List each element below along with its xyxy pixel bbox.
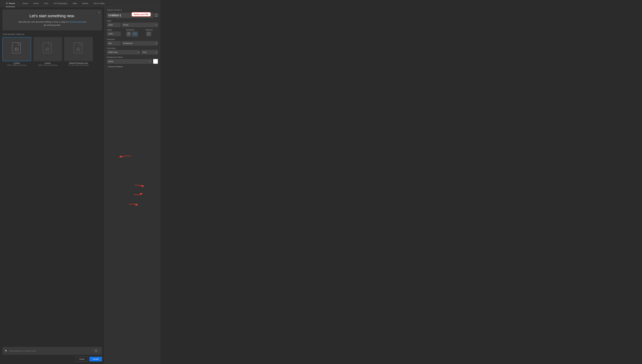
file-name-row	[107, 13, 158, 18]
color-mode-row: RGB Color CMYK Color Grayscale Lab Color…	[107, 50, 158, 54]
resolution-label: Resolution	[107, 38, 158, 40]
recent-item-0[interactable]: Custom 1920 x 1080 px @ 144 ppi	[3, 37, 31, 66]
bg-color-swatch[interactable]	[153, 59, 158, 64]
file-name-input[interactable]	[107, 13, 153, 18]
landscape-button[interactable]	[132, 32, 138, 36]
search-input[interactable]	[9, 350, 91, 352]
nav-item-photo[interactable]: Photo	[31, 0, 41, 7]
recent-item-1[interactable]: Custom 1280 x 1024 px @ 300 ppi	[33, 37, 62, 66]
recent-item-name-2: Default Photoshop Size	[64, 62, 93, 64]
recent-grid: Custom 1920 x 1080 px @ 144 ppi	[3, 37, 102, 66]
advanced-options[interactable]: › Advanced Options	[107, 66, 158, 68]
resolution-unit-select[interactable]: Pixels/Inch Pixels/Centimeter	[122, 41, 158, 46]
top-nav: ⏱ Recent Saved Photo Print Art & Illustr…	[0, 0, 160, 7]
resolution-unit-wrapper: Pixels/Inch Pixels/Centimeter	[122, 41, 158, 46]
nav-item-web[interactable]: Web	[70, 0, 80, 7]
color-mode-wrapper: RGB Color CMYK Color Grayscale Lab Color	[107, 50, 140, 54]
hero-subtitle: Start with your own document settings or…	[6, 20, 99, 27]
recent-thumb-2[interactable]	[64, 37, 93, 61]
nav-item-art[interactable]: Art & Illustration	[51, 0, 70, 7]
bit-depth-select[interactable]: 8 bit 16 bit 32 bit	[141, 50, 158, 54]
svg-rect-4	[43, 43, 52, 53]
recent-item-name-1: Custom	[33, 62, 62, 64]
svg-rect-0	[12, 43, 21, 53]
recent-item-size-1: 1280 x 1024 px @ 300 ppi	[33, 64, 62, 66]
width-label: Width	[107, 20, 158, 22]
recent-item-2[interactable]: Default Photoshop Size 16 x 12 cm @ 118.…	[64, 37, 93, 66]
recent-item-size-0: 1920 x 1080 px @ 144 ppi	[3, 64, 31, 66]
width-unit-select[interactable]: Pixels Inches Centimeters	[122, 23, 158, 27]
nav-item-print[interactable]: Print	[41, 0, 51, 7]
recent-item-name-0: Custom	[3, 62, 31, 64]
resolution-row: Pixels/Inch Pixels/Centimeter	[107, 41, 158, 46]
svg-rect-8	[74, 43, 82, 53]
right-panel: PRESET DETAILS Width	[104, 7, 160, 364]
search-icon: 🔍	[5, 350, 8, 352]
portrait-button[interactable]	[126, 32, 131, 36]
width-input[interactable]	[107, 23, 121, 27]
chevron-right-icon: ›	[107, 66, 108, 68]
bg-color-wrapper: White Black Transparent	[107, 59, 152, 64]
nav-item-film[interactable]: Film & Video	[91, 0, 107, 7]
color-mode-select[interactable]: RGB Color CMYK Color Grayscale Lab Color	[107, 50, 140, 54]
footer-row: Close Create	[3, 356, 102, 362]
nav-item-saved[interactable]: Saved	[20, 0, 31, 7]
svg-rect-13	[155, 16, 157, 16]
nav-item-mobile[interactable]: Mobile	[80, 0, 91, 7]
resolution-input[interactable]	[107, 41, 121, 46]
hero-banner: × Let's start something new. Start with …	[3, 9, 102, 30]
recent-thumb-1[interactable]	[33, 37, 62, 61]
main-layout: × Let's start something new. Start with …	[0, 7, 160, 364]
width-row: Pixels Inches Centimeters	[107, 23, 158, 27]
left-panel: × Let's start something new. Start with …	[0, 7, 104, 364]
height-input[interactable]	[107, 32, 121, 36]
artboards-label: Artboards	[146, 29, 158, 31]
orientation-row	[126, 32, 144, 36]
bit-depth-wrapper: 8 bit 16 bit 32 bit	[141, 50, 158, 54]
svg-rect-22	[148, 33, 150, 35]
recent-icon: ⏱	[6, 2, 8, 5]
recent-item-size-2: 16 x 12 cm @ 118.11 ppcm	[64, 64, 93, 66]
recent-thumb-0[interactable]	[3, 37, 31, 61]
create-button[interactable]: Create	[89, 357, 102, 362]
nav-separator	[19, 2, 19, 5]
hero-title: Let's start something new.	[6, 14, 99, 18]
close-button[interactable]: Close	[76, 356, 88, 362]
bg-contents-row: White Black Transparent	[107, 59, 158, 64]
search-go-button[interactable]: Go	[93, 349, 100, 353]
height-label: Height	[107, 29, 125, 31]
recent-section-label: YOUR RECENT ITEMS (3)	[3, 34, 102, 35]
save-preset-button[interactable]	[155, 14, 158, 17]
artboard-toggle[interactable]	[146, 32, 151, 36]
svg-rect-12	[155, 14, 158, 16]
bg-contents-label: Background Contents	[107, 56, 158, 58]
bg-color-select[interactable]: White Black Transparent	[107, 59, 152, 64]
document-presets-link[interactable]: document presets	[68, 21, 84, 23]
color-mode-label: Color Mode	[107, 47, 158, 49]
panel-title: PRESET DETAILS	[107, 9, 158, 11]
search-bar: 🔍 Go	[3, 347, 102, 355]
orientation-label: Orientation	[126, 29, 144, 31]
nav-item-recent[interactable]: ⏱ Recent	[3, 0, 18, 7]
hero-close-button[interactable]: ×	[98, 11, 100, 14]
width-unit-wrapper: Pixels Inches Centimeters	[122, 23, 158, 27]
